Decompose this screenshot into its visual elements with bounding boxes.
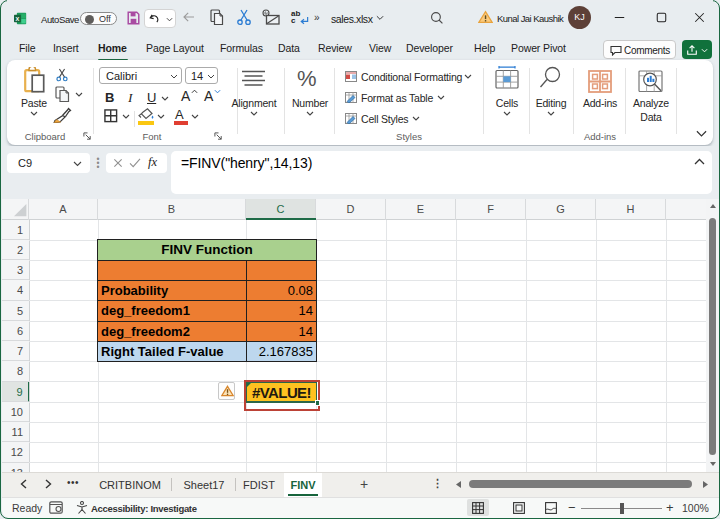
svg-text:X: X	[16, 16, 20, 22]
